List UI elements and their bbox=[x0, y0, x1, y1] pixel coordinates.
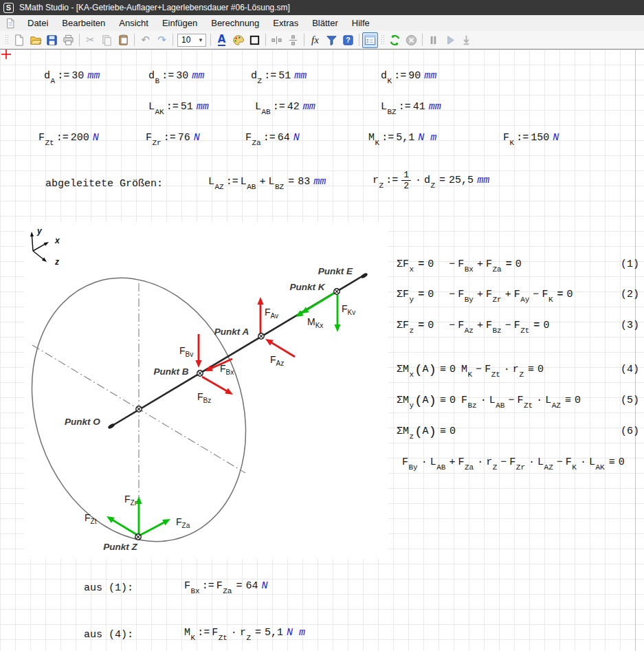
undo-button[interactable]: ↶ bbox=[137, 32, 153, 48]
save-button[interactable] bbox=[44, 32, 60, 48]
math-region[interactable]: dZ:=51mm bbox=[251, 69, 307, 89]
parenthesis: ( bbox=[414, 362, 422, 377]
number: 0 bbox=[428, 289, 434, 300]
number: 25,5 bbox=[449, 175, 474, 186]
math-region[interactable]: LBZ:=41mm bbox=[381, 100, 441, 120]
math-region[interactable]: FZt:=200N bbox=[38, 131, 99, 151]
text-region[interactable]: (1) bbox=[621, 257, 639, 272]
math-region[interactable]: ΣMz(A)≡0 bbox=[397, 424, 456, 444]
print-button[interactable] bbox=[60, 32, 76, 48]
variable: r bbox=[513, 364, 519, 375]
menu-datei[interactable]: Datei bbox=[21, 16, 55, 30]
variable: F bbox=[503, 132, 509, 144]
variable: F bbox=[38, 132, 45, 144]
math-region[interactable]: ΣMy(A)≡0FBz·LAB−FZt·LAZ≡0 bbox=[397, 393, 581, 413]
document-icon-glyph bbox=[5, 18, 16, 29]
math-region[interactable]: FBy·LAB+FZa·rZ−FZr·LAZ−FK·LAK≡0 bbox=[402, 455, 625, 475]
math-region[interactable]: MK:=FZt·rZ=5,1N m bbox=[184, 626, 305, 646]
font-size-combobox[interactable]: 10▼ bbox=[177, 34, 206, 47]
text-region[interactable]: (4) bbox=[621, 362, 639, 377]
number: 0 bbox=[619, 456, 625, 468]
paste-button[interactable] bbox=[115, 32, 131, 48]
equals: = bbox=[288, 176, 294, 188]
math-region[interactable]: LAZ:=LAB+LBZ=83mm bbox=[208, 175, 326, 195]
document-icon[interactable] bbox=[4, 17, 16, 30]
filter-button[interactable] bbox=[324, 32, 340, 48]
math-region[interactable]: FZa:=64N bbox=[245, 131, 300, 151]
recalculate-button[interactable] bbox=[387, 32, 403, 48]
unit: N bbox=[93, 132, 99, 144]
axis-label-z: z bbox=[54, 257, 59, 267]
free-body-diagram-image[interactable]: yxzFBvFBxFBzFAvFAzMKxFKvFZrFZtFZaPunkt E… bbox=[24, 222, 388, 559]
menu-bearbeiten[interactable]: Bearbeiten bbox=[55, 16, 112, 30]
redo-button[interactable]: ↷ bbox=[154, 32, 170, 48]
math-region[interactable]: rZ:=12·dZ=25,5mm bbox=[373, 170, 489, 193]
align-horizontal-button[interactable] bbox=[269, 32, 285, 48]
insert-function-button[interactable]: fx bbox=[307, 32, 323, 48]
menu-hilfe[interactable]: Hilfe bbox=[345, 16, 377, 30]
subscript: Zt bbox=[45, 139, 54, 147]
menu-ansicht[interactable]: Ansicht bbox=[112, 16, 155, 30]
combobox-dropdown-icon[interactable]: ▼ bbox=[198, 37, 206, 43]
text-region[interactable]: aus (4): bbox=[84, 628, 133, 643]
pause-button[interactable] bbox=[425, 32, 441, 48]
shaft-point-marker bbox=[334, 289, 340, 294]
toolbar-separator bbox=[210, 34, 211, 46]
toolbar-grip[interactable] bbox=[5, 34, 8, 45]
side-panel-toggle-button[interactable] bbox=[362, 32, 378, 48]
unit: mm bbox=[313, 176, 326, 188]
menu-blatter[interactable]: Blätter bbox=[305, 16, 345, 30]
math-region[interactable]: ΣFy=0−FBy+FZr+FAy−FK=0 bbox=[397, 287, 573, 307]
math-region[interactable]: LAB:=42mm bbox=[255, 100, 315, 120]
subscript: Za bbox=[223, 587, 232, 595]
math-region[interactable]: FBx:=FZa=64N bbox=[184, 579, 268, 599]
number: 76 bbox=[178, 132, 190, 144]
number: 5,1 bbox=[265, 627, 283, 639]
number: 51 bbox=[181, 101, 193, 113]
unit: N bbox=[261, 580, 267, 592]
cut-button[interactable]: ✂ bbox=[82, 32, 98, 48]
math-region[interactable]: FZr:=76N bbox=[146, 131, 200, 151]
number: 41 bbox=[413, 101, 425, 113]
text-region[interactable]: aus (1): bbox=[84, 581, 133, 596]
run-button[interactable] bbox=[442, 32, 458, 48]
math-region[interactable]: MK:=5,1N m bbox=[368, 131, 436, 151]
text-region[interactable]: (6) bbox=[621, 424, 639, 439]
math-region[interactable]: dK:=90mm bbox=[381, 69, 436, 89]
number: 30 bbox=[71, 70, 84, 82]
step-button[interactable] bbox=[458, 32, 474, 48]
math-region[interactable]: LAK:=51mm bbox=[148, 100, 209, 120]
font-color-button[interactable]: A bbox=[214, 32, 230, 48]
text-region[interactable]: abgeleitete Größen: bbox=[45, 177, 163, 192]
variable: F bbox=[486, 258, 492, 270]
variable: F bbox=[461, 395, 467, 406]
toolbar-grip[interactable] bbox=[381, 34, 384, 45]
operator: − bbox=[476, 364, 482, 375]
align-vertical-button[interactable] bbox=[285, 32, 301, 48]
border-button[interactable] bbox=[247, 32, 263, 48]
menu-berechnung[interactable]: Berechnung bbox=[204, 16, 266, 30]
menu-einfugen[interactable]: Einfügen bbox=[155, 16, 204, 30]
interrupt-button[interactable] bbox=[403, 32, 419, 48]
redo-icon: ↷ bbox=[157, 34, 166, 47]
math-region[interactable]: ΣFx=0−FBx+FZa=0 bbox=[397, 257, 522, 277]
math-region[interactable]: dA:=30mm bbox=[44, 69, 100, 89]
text-region[interactable]: (2) bbox=[621, 287, 639, 302]
math-region[interactable]: ΣMx(A)≡0MK−FZt·rZ≡0 bbox=[397, 362, 544, 382]
definition-operator: := bbox=[202, 580, 214, 592]
definition-operator: := bbox=[197, 627, 210, 639]
help-panel-button[interactable]: ? bbox=[340, 32, 356, 48]
color-palette-button[interactable] bbox=[230, 32, 246, 48]
text-region[interactable]: (5) bbox=[621, 393, 639, 408]
fraction-denominator: 2 bbox=[401, 181, 411, 191]
worksheet-canvas[interactable]: dA:=30mmdB:=30mmdZ:=51mmdK:=90mmLAK:=51m… bbox=[0, 49, 644, 651]
open-file-button[interactable] bbox=[27, 32, 43, 48]
copy-button[interactable] bbox=[99, 32, 115, 48]
math-region[interactable]: FK:=150N bbox=[503, 131, 559, 151]
new-document-button[interactable] bbox=[11, 32, 27, 48]
text-region[interactable]: (3) bbox=[621, 318, 639, 333]
math-region[interactable]: ΣFz=0−FAz+FBz−FZt=0 bbox=[397, 318, 549, 338]
helppanel-icon: ? bbox=[342, 34, 355, 47]
menu-extras[interactable]: Extras bbox=[266, 16, 305, 30]
math-region[interactable]: dB:=30mm bbox=[148, 69, 204, 89]
